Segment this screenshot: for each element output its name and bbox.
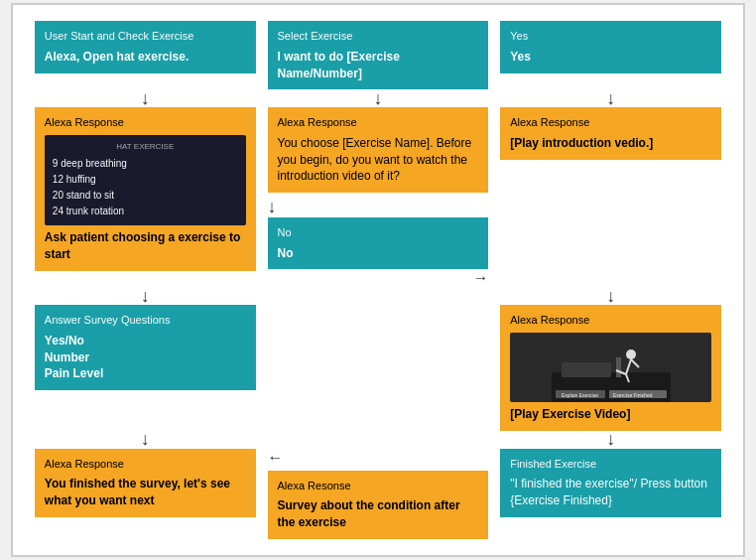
cell-2-3: Alexa Response [Play introduction vedio.… xyxy=(494,107,727,159)
left-arrow-from-col3: ← xyxy=(268,449,489,467)
survey-condition-content: Survey about the condition after the exe… xyxy=(278,497,479,531)
survey-questions-label: Answer Survey Questions xyxy=(45,313,246,328)
row-2: Alexa Response HAT EXERCISE 9 deep breat… xyxy=(29,107,727,287)
flowchart: User Start and Check Exercise Alexa, Ope… xyxy=(29,21,727,538)
down-arrow-3-1: ↓ xyxy=(141,429,150,450)
diagram-container: User Start and Check Exercise Alexa, Ope… xyxy=(11,3,745,556)
select-exercise-box: Select Exercise I want to do [Exercise N… xyxy=(268,21,489,89)
select-exercise-content: I want to do [Exercise Name/Number] xyxy=(278,49,479,82)
svg-rect-3 xyxy=(616,357,621,377)
cell-2-1: Alexa Response HAT EXERCISE 9 deep breat… xyxy=(29,107,262,270)
finished-exercise-label: Finished Exercise xyxy=(510,457,711,472)
finished-exercise-content: "I finished the exercise"/ Press button … xyxy=(510,476,711,509)
row-3: Answer Survey Questions Yes/No Number Pa… xyxy=(29,305,727,430)
survey-condition-box: Alexa Resonse Survey about the condition… xyxy=(268,471,489,539)
arrow-2-2-spacer xyxy=(262,291,495,301)
play-intro-content: [Play introduction vedio.] xyxy=(510,135,711,152)
yes-box: Yes Yes xyxy=(500,21,721,72)
svg-point-4 xyxy=(626,350,636,359)
arrow-2-1: ↓ xyxy=(29,286,262,307)
alexa-response-1-label: Alexa Response xyxy=(45,115,246,130)
cell-1-1: User Start and Check Exercise Alexa, Ope… xyxy=(29,21,262,72)
finished-survey-label: Alexa Response xyxy=(45,457,246,472)
alexa-response-1-box: Alexa Response HAT EXERCISE 9 deep breat… xyxy=(35,107,256,270)
arrow-3-1: ↓ xyxy=(29,429,262,450)
left-arrow-icon: ← xyxy=(268,449,284,467)
arrow-row-3: ↓ ↓ xyxy=(29,431,727,449)
video-mockup: Explain Exercise Exercise Finished xyxy=(510,333,711,402)
svg-text:Explain Exercise: Explain Exercise xyxy=(562,392,598,398)
row-1: User Start and Check Exercise Alexa, Ope… xyxy=(29,21,727,89)
survey-questions-box: Answer Survey Questions Yes/No Number Pa… xyxy=(35,305,256,390)
down-arrow-2-1: ↓ xyxy=(141,286,150,307)
survey-questions-content: Yes/No Number Pain Level xyxy=(45,333,246,382)
finished-exercise-box: Finished Exercise "I finished the exerci… xyxy=(500,449,721,517)
play-intro-label: Alexa Response xyxy=(510,115,711,130)
cell-4-1: Alexa Response You finished the survey, … xyxy=(29,449,262,517)
no-content: No xyxy=(278,245,479,262)
screen-item-3: 20 stand to sit xyxy=(53,188,238,204)
cell-3-2 xyxy=(262,305,495,315)
cell-3-1: Answer Survey Questions Yes/No Number Pa… xyxy=(29,305,262,390)
play-exercise-label: [Play Exercise Video] xyxy=(510,406,711,423)
alexa-response-2-box: Alexa Response You choose [Exercise Name… xyxy=(268,107,489,193)
cell-4-3: Finished Exercise "I finished the exerci… xyxy=(494,449,727,517)
arrow-1-3: ↓ xyxy=(494,88,727,109)
user-start-box: User Start and Check Exercise Alexa, Ope… xyxy=(35,21,256,72)
arrow-1-2: ↓ xyxy=(262,88,495,109)
finished-survey-content: You finished the survey, let's see what … xyxy=(45,476,246,509)
select-exercise-label: Select Exercise xyxy=(278,29,479,44)
cell-1-2: Select Exercise I want to do [Exercise N… xyxy=(262,21,495,89)
arrow-2-3: ↓ xyxy=(494,286,727,307)
no-label: No xyxy=(278,225,479,240)
user-start-content: Alexa, Open hat exercise. xyxy=(45,49,246,66)
screen-mockup: HAT EXERCISE 9 deep breathing 12 huffing… xyxy=(45,135,246,225)
alexa-response-2-label: Alexa Response xyxy=(278,115,479,130)
user-start-label: User Start and Check Exercise xyxy=(45,29,246,44)
arrow-3-2-spacer xyxy=(262,435,495,445)
alexa-response-video-label: Alexa Response xyxy=(510,313,711,328)
row-4: Alexa Response You finished the survey, … xyxy=(29,449,727,539)
alexa-response-1-content: Ask patient choosing a exercise to start xyxy=(45,229,246,263)
screen-item-4: 24 trunk rotation xyxy=(53,204,238,219)
down-arrow-1-3: ↓ xyxy=(606,88,615,109)
down-arrow-1-1: ↓ xyxy=(141,88,150,109)
video-svg: Explain Exercise Exercise Finished xyxy=(552,333,671,402)
yes-label: Yes xyxy=(510,29,711,44)
no-box: No No xyxy=(268,217,489,269)
down-arrow-3-3: ↓ xyxy=(606,429,615,450)
screen-title: HAT EXERCISE xyxy=(53,141,238,152)
no-connector: ↓ xyxy=(268,197,489,217)
screen-item-1: 9 deep breathing xyxy=(53,156,238,172)
cell-1-3: Yes Yes xyxy=(494,21,727,72)
svg-rect-2 xyxy=(562,362,611,377)
alexa-response-2-content: You choose [Exercise Name]. Before you b… xyxy=(278,135,479,185)
survey-condition-label: Alexa Resonse xyxy=(278,479,479,493)
arrow-1-1: ↓ xyxy=(29,88,262,109)
arrow-row-2: ↓ ↓ xyxy=(29,287,727,305)
down-arrow-1-2: ↓ xyxy=(374,88,383,109)
cell-4-2: ← Alexa Resonse Survey about the conditi… xyxy=(262,449,495,539)
svg-text:Exercise Finished: Exercise Finished xyxy=(613,392,653,398)
play-exercise-box: Alexa Response xyxy=(500,305,721,430)
arrow-3-3: ↓ xyxy=(494,429,727,450)
down-arrow-2-2: ↓ xyxy=(268,197,277,217)
cell-2-2: Alexa Response You choose [Exercise Name… xyxy=(262,107,495,287)
right-arrow-no: → xyxy=(268,269,489,287)
finished-survey-box: Alexa Response You finished the survey, … xyxy=(35,449,256,517)
cell-3-3: Alexa Response xyxy=(494,305,727,430)
play-intro-box: Alexa Response [Play introduction vedio.… xyxy=(500,107,721,159)
arrow-row-1: ↓ ↓ ↓ xyxy=(29,89,727,107)
screen-item-2: 12 huffing xyxy=(53,172,238,188)
down-arrow-2-3: ↓ xyxy=(606,286,615,307)
yes-content: Yes xyxy=(510,49,711,66)
